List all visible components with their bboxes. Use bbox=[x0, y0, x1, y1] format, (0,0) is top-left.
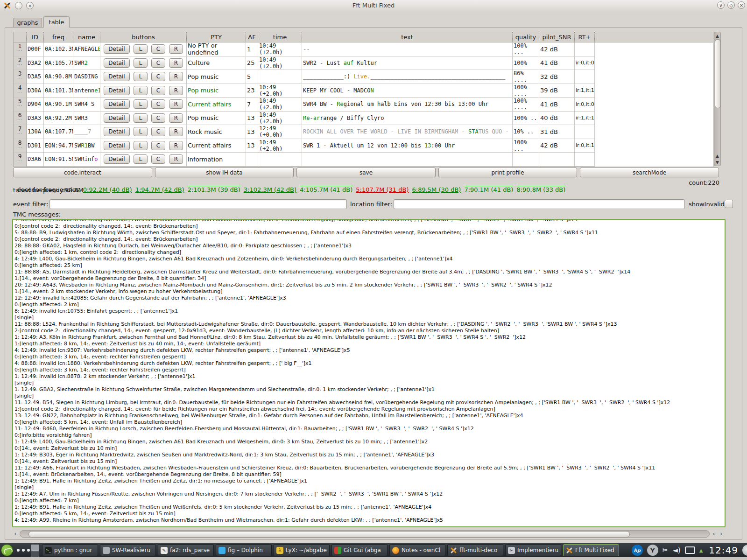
show-ih-data-button[interactable]: show IH data bbox=[155, 168, 294, 177]
task-fft-multi-decoder[interactable]: fft-multi-deco bbox=[447, 544, 503, 556]
maximize-button[interactable]: ◇ bbox=[727, 1, 735, 9]
r-button[interactable]: R bbox=[169, 72, 183, 81]
c-button[interactable]: C bbox=[151, 72, 165, 81]
desktop-2-button[interactable] bbox=[31, 551, 39, 557]
task-fft-multi-fixed[interactable]: Fft Multi Fixed bbox=[563, 544, 619, 556]
minimize-button[interactable]: ∨ bbox=[717, 1, 725, 9]
decoder-frequency-link[interactable]: 1:94.7M (42 dB) bbox=[135, 186, 184, 193]
decoder-frequency-link[interactable]: 8:90.8M (33 dB) bbox=[516, 186, 565, 193]
scrollbar-trough[interactable] bbox=[20, 530, 710, 538]
c-button[interactable]: C bbox=[151, 154, 165, 164]
search-mode-button[interactable]: searchMode bbox=[580, 168, 719, 177]
row-header[interactable]: 7··· bbox=[14, 125, 27, 139]
row-header[interactable]: 6··· bbox=[14, 112, 27, 126]
hp-logo-icon[interactable]: hp bbox=[632, 545, 643, 556]
c-button[interactable]: C bbox=[151, 127, 165, 136]
location-filter-input[interactable] bbox=[394, 199, 685, 209]
scroll-up-icon[interactable]: ▲ bbox=[714, 33, 720, 39]
task-sw-realisierung[interactable]: SW-Realisieru bbox=[100, 544, 156, 556]
print-profile-button[interactable]: print profile bbox=[438, 168, 578, 177]
updates-arrow-icon[interactable]: ▲ bbox=[699, 548, 703, 553]
klipper-scissors-icon[interactable]: ✂ bbox=[662, 546, 669, 554]
row-header[interactable]: 3··· bbox=[14, 70, 27, 84]
c-button[interactable]: C bbox=[151, 141, 165, 150]
l-button[interactable]: L bbox=[134, 154, 148, 164]
l-button[interactable]: L bbox=[134, 99, 148, 109]
l-button[interactable]: L bbox=[134, 113, 148, 123]
tab-graphs[interactable]: graphs bbox=[13, 18, 42, 27]
c-button[interactable]: C bbox=[151, 86, 165, 95]
scroll-left-icon[interactable]: ‹ bbox=[12, 531, 19, 537]
row-header[interactable]: 5··· bbox=[14, 98, 27, 112]
scroll-up-icon[interactable]: ▲ bbox=[714, 153, 720, 159]
column-header-name[interactable]: name bbox=[73, 32, 100, 42]
application-launcher-icon[interactable] bbox=[1, 544, 13, 556]
l-button[interactable]: L bbox=[134, 72, 148, 81]
r-button[interactable]: R bbox=[169, 141, 183, 150]
task-python[interactable]: >_python : gnur bbox=[42, 544, 98, 556]
desktop-1-button[interactable] bbox=[31, 545, 39, 551]
column-header-af[interactable]: AF bbox=[246, 32, 258, 42]
task-implementierung[interactable]: ✂Implementieru bbox=[505, 544, 561, 556]
row-header[interactable]: 4··· bbox=[14, 84, 27, 98]
r-button[interactable]: R bbox=[169, 99, 183, 109]
r-button[interactable]: R bbox=[169, 154, 183, 164]
r-button[interactable]: R bbox=[169, 113, 183, 123]
r-button[interactable]: R bbox=[169, 58, 183, 68]
detail-button[interactable]: Detail bbox=[104, 99, 130, 109]
horizontal-scrollbar[interactable]: ‹ ‹ › bbox=[12, 530, 726, 538]
scroll-down-icon[interactable]: ▼ bbox=[714, 159, 720, 165]
row-header[interactable]: 2··· bbox=[14, 56, 27, 70]
show-invalid-checkbox[interactable] bbox=[725, 200, 733, 208]
event-filter-input[interactable] bbox=[49, 199, 347, 209]
c-button[interactable]: C bbox=[151, 99, 165, 109]
r-button[interactable]: R bbox=[169, 86, 183, 95]
column-header-pty[interactable]: PTY bbox=[187, 32, 246, 42]
detail-button[interactable]: Detail bbox=[104, 72, 130, 81]
l-button[interactable]: L bbox=[134, 141, 148, 150]
column-header-pilot-snr[interactable]: pilot_SNR bbox=[539, 32, 575, 42]
task-dolphin[interactable]: fig – Dolphin bbox=[216, 544, 272, 556]
task-lyx[interactable]: λLyX: ~/abgabe bbox=[274, 544, 330, 556]
column-header-time[interactable]: time bbox=[258, 32, 302, 42]
r-button[interactable]: R bbox=[169, 127, 183, 136]
decoder-frequency-link[interactable]: 5:107.7M (31 dB) bbox=[356, 186, 409, 193]
detail-button[interactable]: Detail bbox=[104, 113, 130, 123]
row-header[interactable]: 1··· bbox=[14, 42, 27, 56]
decoder-frequency-link[interactable]: 3:102.3M (42 dB) bbox=[244, 186, 296, 193]
detail-button[interactable]: Detail bbox=[104, 44, 130, 54]
l-button[interactable]: L bbox=[134, 127, 148, 136]
detail-button[interactable]: Detail bbox=[104, 86, 130, 95]
r-button[interactable]: R bbox=[169, 44, 183, 54]
c-button[interactable]: C bbox=[151, 58, 165, 68]
scroll-right-icon[interactable]: › bbox=[718, 531, 725, 537]
y-status-icon[interactable]: Y bbox=[647, 545, 658, 556]
volume-icon[interactable]: ◄) bbox=[672, 546, 680, 554]
c-button[interactable]: C bbox=[151, 44, 165, 54]
save-button[interactable]: save bbox=[296, 168, 436, 177]
code-interact-button[interactable]: code.interact bbox=[13, 168, 152, 177]
column-header-buttons[interactable]: buttons bbox=[100, 32, 187, 42]
row-header[interactable]: 8··· bbox=[14, 139, 27, 153]
column-header-quality[interactable]: quality bbox=[513, 32, 539, 42]
decoder-frequency-link[interactable]: 4:105.7M (41 dB) bbox=[300, 186, 352, 193]
table-vertical-scrollbar[interactable]: ▲ ▲ ▼ bbox=[714, 32, 721, 166]
c-button[interactable]: C bbox=[151, 113, 165, 123]
decoder-frequency-link[interactable]: 0:92.2M (40 dB) bbox=[83, 186, 132, 193]
l-button[interactable]: L bbox=[134, 86, 148, 95]
virtual-desktop-pager[interactable] bbox=[31, 545, 39, 557]
scroll-left-icon[interactable]: ‹ bbox=[711, 531, 717, 537]
column-header-freq[interactable]: freq bbox=[44, 32, 73, 42]
column-header-rt-[interactable]: RT+ bbox=[575, 32, 595, 42]
decoder-frequency-link[interactable]: 6:89.5M (30 dB) bbox=[412, 186, 461, 193]
l-button[interactable]: L bbox=[134, 58, 148, 68]
column-header-id[interactable]: ID bbox=[27, 32, 44, 42]
tab-table[interactable]: table bbox=[43, 16, 70, 28]
scrollbar-thumb[interactable] bbox=[28, 531, 630, 538]
tmc-messages-area[interactable]: 1: 88:88: A65, Landau in Richtung Karlsr… bbox=[12, 219, 726, 527]
detail-button[interactable]: Detail bbox=[104, 141, 130, 150]
detail-button[interactable]: Detail bbox=[104, 58, 130, 68]
detail-button[interactable]: Detail bbox=[104, 127, 130, 136]
row-header[interactable]: 9··· bbox=[14, 153, 27, 167]
detail-button[interactable]: Detail bbox=[104, 154, 130, 164]
